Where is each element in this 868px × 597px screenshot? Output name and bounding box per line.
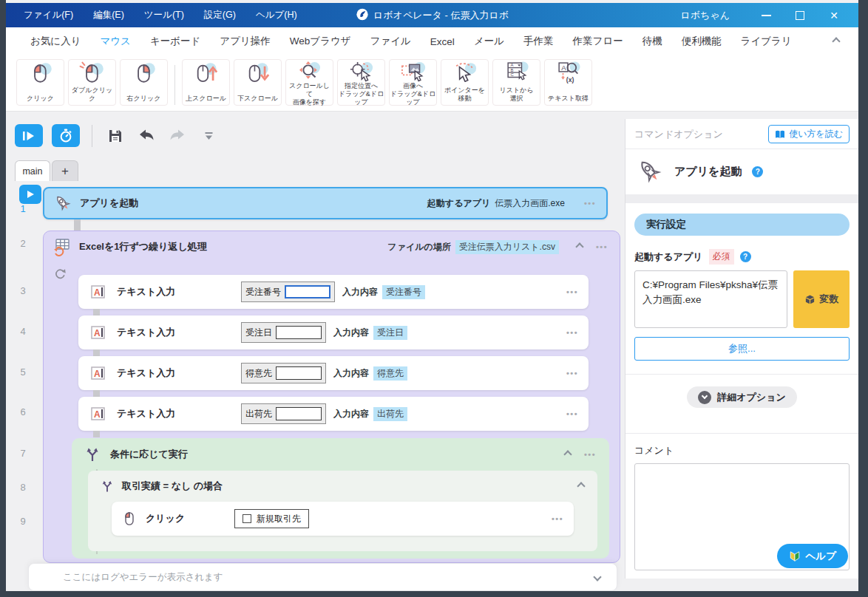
collapse-icon[interactable] [563,450,572,458]
tool-click-button[interactable]: クリック [16,59,64,106]
step-text-input[interactable]: A テキスト入力 出荷先 入力内容 出荷先 ••• [78,397,589,431]
variable-button[interactable]: 変数 [793,270,850,328]
advanced-options-button[interactable]: 詳細オプション [687,386,797,408]
step-excel-loop-block[interactable]: Excelを1行ずつ繰り返し処理 ファイルの場所 受注伝票入力リスト.csv •… [43,231,620,563]
ribbon-tab-utility[interactable]: 便利機能 [672,35,731,48]
ribbon-tab-keyboard[interactable]: キーボード [140,35,210,48]
maximize-button[interactable] [783,4,817,27]
case-header[interactable]: 取引実績 = なし の場合 [88,471,597,502]
menu-help[interactable]: ヘルプ(H) [256,9,297,21]
more-options-icon[interactable]: ••• [552,514,563,523]
command-title: アプリを起動 [674,165,742,179]
ribbon-tab-mouse[interactable]: マウス [90,35,140,48]
more-options-icon[interactable]: ••• [584,450,596,459]
menu-edit[interactable]: 編集(E) [93,9,124,21]
flow-connector [93,349,100,356]
param-value-chip[interactable]: 得意先 [373,366,407,381]
ribbon-collapse-icon[interactable] [832,37,840,45]
tool-right-click-button[interactable]: 右クリック [120,59,168,106]
app-path-input[interactable]: C:¥Program Files¥pksha¥伝票入力画面.exe [634,270,787,328]
ribbon-tab-wait[interactable]: 待機 [633,35,672,48]
timed-run-button[interactable] [52,124,80,147]
tab-main[interactable]: main [15,160,50,181]
step-launch-app[interactable]: アプリを起動 起動するアプリ 伝票入力画面.exe ••• [43,187,608,219]
play-icon [27,190,35,199]
tool-scroll-up-button[interactable]: 上スクロール [182,59,230,106]
row-number: 6 [12,406,34,417]
ribbon-tab-library[interactable]: ライブラリ [731,35,801,48]
ribbon-tab-mail[interactable]: メール [464,35,514,48]
condition-case-block[interactable]: 取引実績 = なし の場合 クリック 新規取引先 [88,471,597,551]
help-question-icon[interactable]: ? [740,251,751,262]
ribbon-tab-file[interactable]: ファイル [361,35,421,48]
redo-button[interactable] [166,126,189,146]
more-options-icon[interactable]: ••• [566,287,578,296]
panel-separator [625,194,858,203]
save-button[interactable] [104,126,126,146]
more-options-icon[interactable]: ••• [566,328,578,337]
more-options-icon[interactable]: ••• [566,369,578,378]
svg-text:A: A [94,328,101,338]
param-value-chip[interactable]: 受注日 [373,326,407,340]
toolbar-divider [92,125,92,147]
step-text-input[interactable]: A テキスト入力 得意先 入力内容 得意先 ••• [78,356,589,390]
svg-text:B: B [510,68,513,72]
drag-drop-to-image-icon [399,61,427,82]
loop-block-header[interactable]: Excelを1行ずつ繰り返し処理 ファイルの場所 受注伝票入力リスト.csv •… [44,231,620,262]
param-label: 入力内容 [342,286,378,298]
drag-drop-to-position-icon [347,61,376,82]
more-options-icon[interactable]: ••• [584,199,596,208]
menu-tools[interactable]: ツール(T) [144,9,184,21]
menu-settings[interactable]: 設定(G) [204,9,236,21]
step-text-input[interactable]: A テキスト入力 受注番号 入力内容 受注番号 ••• [78,275,589,309]
tool-drag-drop-position-button[interactable]: 指定位置へ ドラッグ&ドロップ [337,59,385,106]
tool-scroll-down-button[interactable]: 下スクロール [234,59,282,106]
step-condition-block[interactable]: 条件に応じて実行 ••• 取引実績 = なし の場合 [72,438,609,559]
collapse-icon[interactable] [575,242,583,250]
tool-scroll-find-image-button[interactable]: スクロールして 画像を探す [285,59,333,106]
menu-file[interactable]: ファイル(F) [24,9,73,21]
tool-drag-drop-image-button[interactable]: 画像へ ドラッグ&ドロップ [389,59,437,106]
tool-double-click-button[interactable]: ダブルクリック [68,59,116,106]
help-question-icon[interactable]: ? [752,166,763,177]
param-label: 入力内容 [333,327,369,339]
param-value-chip[interactable]: 受注伝票入力リスト.csv [455,240,559,254]
ribbon-tab-excel[interactable]: Excel [421,36,464,47]
param-value-chip[interactable]: 受注番号 [382,285,425,299]
target-screenshot-thumb: 受注番号 [241,282,335,302]
text-input-icon: A [90,405,108,423]
svg-text:A: A [94,409,101,420]
app-field-label: 起動するアプリ [634,250,703,264]
target-field-image [285,285,330,298]
log-bar[interactable]: ここにはログやエラーが表示されます [28,563,617,591]
more-options-icon[interactable]: ••• [596,242,608,251]
param-value[interactable]: 伝票入力画面.exe [495,197,565,210]
add-tab-button[interactable]: + [52,160,78,181]
read-usage-button[interactable]: 使い方を読む [768,125,850,143]
start-marker[interactable] [19,185,41,204]
target-field-image [276,407,322,420]
step-text-input[interactable]: A テキスト入力 受注日 入力内容 受注日 ••• [78,315,589,349]
param-value-chip[interactable]: 出荷先 [373,407,407,421]
undo-button[interactable] [135,126,157,146]
ribbon-tab-favorites[interactable]: お気に入り [21,35,90,48]
run-button[interactable] [15,124,43,147]
help-button[interactable]: ヘルプ [777,544,848,568]
ribbon-tab-workflow[interactable]: 作業フロー [563,35,633,48]
close-button[interactable]: ✕ [817,4,851,27]
tool-get-text-button[interactable]: A(x) テキスト取得 [544,59,592,106]
run-options-dropdown[interactable] [197,126,220,146]
rocket-icon [636,157,664,185]
condition-header[interactable]: 条件に応じて実行 ••• [72,438,609,471]
ribbon-tab-app-ops[interactable]: アプリ操作 [210,35,279,48]
tool-move-pointer-button[interactable]: ポインターを 移動 [441,59,489,106]
log-expand-icon[interactable] [593,573,601,581]
ribbon-tab-manual[interactable]: 手作業 [514,35,563,48]
tool-select-from-list-button[interactable]: ABC リストから 選択 [492,59,540,106]
more-options-icon[interactable]: ••• [566,409,578,418]
minimize-button[interactable] [749,4,783,27]
collapse-icon[interactable] [577,482,585,490]
ribbon-tab-web-browser[interactable]: Webブラウザ [280,35,361,48]
browse-button[interactable]: 参照... [634,337,850,361]
step-click[interactable]: クリック 新規取引先 ••• [112,502,574,536]
